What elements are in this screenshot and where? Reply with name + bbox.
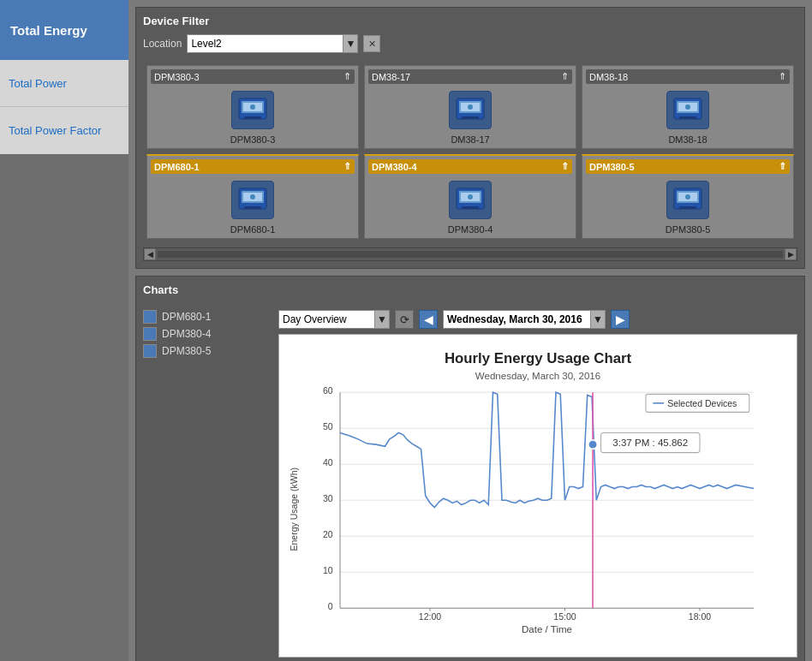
chart-view-select[interactable]: Day Overview Week Overview Month Overvie… [278, 310, 390, 329]
legend-item-dpm380-4: DPM380-4 [143, 327, 272, 341]
sidebar-item-total-energy[interactable]: Total Energy [0, 0, 128, 60]
svg-text:20: 20 [323, 529, 333, 539]
date-select-wrapper: Wednesday, March 30, 2016 ▼ [443, 310, 606, 329]
horizontal-scrollbar[interactable]: ◀ ▶ [143, 247, 797, 261]
chart-area: Day Overview Week Overview Month Overvie… [278, 310, 797, 658]
legend-color-dpm680-1 [143, 310, 157, 324]
device-card-header-dpm680-1: DPM680-1 ⇑ [151, 159, 355, 174]
legend-item-dpm680-1: DPM680-1 [143, 310, 272, 324]
svg-rect-14 [679, 116, 696, 119]
device-card-title-dpm380-4: DPM380-4 [372, 162, 417, 172]
location-label: Location [143, 38, 182, 50]
device-card-header-dm38-18: DM38-18 ⇑ [586, 69, 790, 84]
legend-label-dpm680-1: DPM680-1 [162, 311, 211, 323]
svg-rect-24 [462, 206, 479, 209]
svg-point-8 [468, 104, 473, 110]
sidebar-item-total-power-factor[interactable]: Total Power Factor [0, 107, 128, 154]
main-content: Device Filter Location Level2 Level1 Lev… [128, 0, 812, 661]
chart-toolbar: Day Overview Week Overview Month Overvie… [278, 310, 797, 329]
device-card-dpm680-1[interactable]: DPM680-1 ⇑ DPM680-1 [146, 154, 359, 239]
device-icon-dpm380-3 [231, 91, 274, 129]
device-label-dpm380-5: DPM380-5 [666, 224, 711, 235]
device-filter-panel: Device Filter Location Level2 Level1 Lev… [135, 7, 805, 269]
legend-label-dpm380-5: DPM380-5 [162, 345, 211, 357]
legend-color-dpm380-5 [143, 344, 157, 358]
sidebar: Total Energy Total Power Total Power Fac… [0, 0, 128, 661]
sidebar-label-total-power-factor: Total Power Factor [9, 124, 101, 137]
device-icon-dpm380-5 [666, 181, 709, 219]
svg-text:30: 30 [323, 493, 333, 503]
device-icon-dpm680-1 [231, 181, 274, 219]
svg-text:10: 10 [323, 565, 333, 575]
device-icon-dpm380-4 [449, 181, 492, 219]
device-icon-dm38-17 [449, 91, 492, 129]
device-card-chevron-dm38-18: ⇑ [779, 71, 786, 82]
svg-text:18:00: 18:00 [689, 611, 711, 622]
device-card-chevron-dm38-17: ⇑ [561, 71, 569, 82]
next-date-button[interactable]: ▶ [611, 310, 630, 329]
svg-text:60: 60 [323, 385, 333, 396]
sidebar-label-total-power: Total Power [9, 77, 67, 90]
legend-text: Selected Devices [667, 398, 737, 408]
date-select[interactable]: Wednesday, March 30, 2016 [443, 310, 606, 329]
charts-title: Charts [143, 283, 797, 296]
y-axis-label: Energy Usage (kWh) [289, 467, 299, 551]
location-select[interactable]: Level2 Level1 Level3 [187, 34, 358, 53]
chart-view-select-wrapper: Day Overview Week Overview Month Overvie… [278, 310, 390, 329]
prev-date-button[interactable]: ◀ [419, 310, 438, 329]
svg-text:0: 0 [328, 601, 333, 611]
chart-legend: DPM680-1 DPM380-4 DPM380-5 [143, 310, 272, 658]
svg-text:40: 40 [323, 457, 333, 467]
scroll-track [158, 251, 783, 258]
device-card-dpm380-3[interactable]: DPM380-3 ⇑ DPM380-3 [146, 65, 359, 149]
svg-text:15:00: 15:00 [553, 611, 576, 622]
charts-content: DPM680-1 DPM380-4 DPM380-5 [143, 310, 797, 658]
legend-color-dpm380-4 [143, 327, 157, 341]
chart-svg: Hourly Energy Usage Chart Wednesday, Mar… [286, 342, 790, 650]
device-card-chevron-dpm380-5: ⇑ [779, 161, 786, 172]
device-card-title-dm38-17: DM38-17 [372, 72, 410, 82]
svg-point-18 [250, 194, 255, 199]
scroll-right-button[interactable]: ▶ [785, 248, 797, 260]
device-filter-title: Device Filter [143, 15, 797, 27]
charts-panel: Charts DPM680-1 DPM380-4 DPM380-5 [135, 276, 805, 661]
scroll-left-button[interactable]: ◀ [144, 248, 156, 260]
sidebar-item-total-power[interactable]: Total Power [0, 60, 128, 107]
svg-rect-29 [679, 206, 696, 209]
svg-point-3 [250, 104, 255, 110]
svg-point-13 [685, 104, 690, 110]
svg-point-28 [685, 194, 690, 199]
legend-item-dpm380-5: DPM380-5 [143, 344, 272, 358]
svg-text:12:00: 12:00 [419, 611, 441, 622]
device-label-dpm680-1: DPM680-1 [230, 224, 276, 235]
tooltip-text: 3:37 PM : 45.862 [612, 438, 688, 448]
device-card-dpm380-4[interactable]: DPM380-4 ⇑ DPM380-4 [364, 154, 576, 239]
sidebar-label-total-energy: Total Energy [10, 23, 87, 38]
device-card-chevron-dpm380-3: ⇑ [343, 71, 351, 82]
device-card-title-dm38-18: DM38-18 [589, 72, 628, 82]
chart-subtitle: Wednesday, March 30, 2016 [475, 371, 600, 381]
device-grid: DPM380-3 ⇑ DPM380-3 [143, 62, 797, 242]
legend-label-dpm380-4: DPM380-4 [162, 328, 211, 340]
device-card-title-dpm680-1: DPM680-1 [154, 162, 200, 172]
device-card-dm38-17[interactable]: DM38-17 ⇑ DM38-17 [364, 65, 576, 149]
chart-title: Hourly Energy Usage Chart [445, 350, 632, 366]
refresh-button[interactable]: ⟳ [395, 310, 414, 329]
chart-container: Hourly Energy Usage Chart Wednesday, Mar… [278, 334, 797, 658]
location-select-wrapper: Level2 Level1 Level3 ▼ [187, 34, 358, 53]
device-label-dm38-18: DM38-18 [668, 134, 707, 145]
svg-rect-19 [244, 206, 261, 209]
device-label-dpm380-4: DPM380-4 [448, 224, 493, 235]
device-card-header-dpm380-5: DPM380-5 ⇑ [586, 159, 790, 174]
device-card-dpm380-5[interactable]: DPM380-5 ⇑ DPM380-5 [582, 154, 794, 239]
tooltip-dot [588, 440, 598, 450]
device-icon-dm38-18 [666, 91, 709, 129]
device-card-chevron-dpm380-4: ⇑ [561, 161, 569, 172]
device-card-title-dpm380-5: DPM380-5 [589, 162, 635, 172]
x-axis-label: Date / Time [522, 624, 572, 634]
filter-row: Location Level2 Level1 Level3 ▼ ✕ [143, 34, 797, 53]
device-label-dpm380-3: DPM380-3 [230, 134, 276, 145]
clear-location-button[interactable]: ✕ [363, 35, 380, 52]
device-card-title-dpm380-3: DPM380-3 [154, 72, 200, 82]
device-card-dm38-18[interactable]: DM38-18 ⇑ DM38-18 [582, 65, 794, 149]
